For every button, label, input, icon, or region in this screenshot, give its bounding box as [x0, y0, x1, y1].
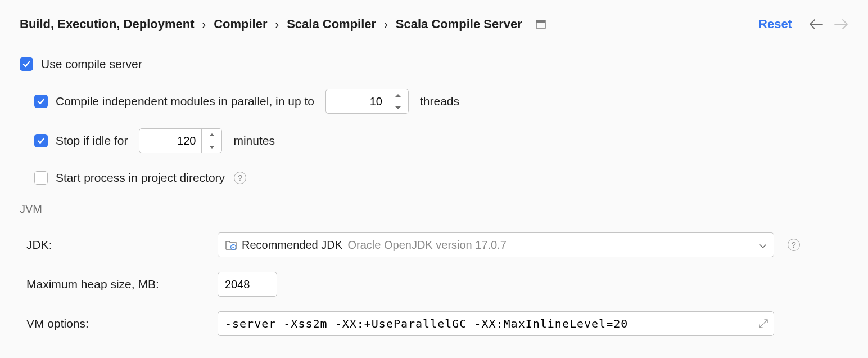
stop-idle-label: Stop if idle for: [56, 134, 128, 147]
spinner-up-button[interactable]: [388, 90, 408, 101]
parallel-modules-checkbox[interactable]: [34, 95, 48, 108]
start-project-dir-checkbox[interactable]: [34, 171, 48, 185]
breadcrumb-item-current: Scala Compile Server: [396, 17, 522, 32]
chevron-right-icon: ›: [275, 18, 279, 31]
breadcrumb-item[interactable]: Scala Compiler: [287, 17, 376, 32]
jdk-label: JDK:: [26, 238, 218, 252]
jdk-selected-sub: Oracle OpenJDK version 17.0.7: [348, 239, 507, 251]
spinner-down-button[interactable]: [388, 101, 408, 113]
help-icon[interactable]: ?: [788, 239, 800, 251]
parallel-threads-input[interactable]: [326, 90, 388, 113]
back-button[interactable]: [809, 19, 824, 30]
chevron-down-icon: [759, 239, 767, 252]
spinner-up-button[interactable]: [202, 129, 221, 141]
reset-button[interactable]: Reset: [758, 17, 792, 32]
breadcrumb-item[interactable]: Compiler: [214, 17, 267, 32]
use-compile-server-label: Use compile server: [41, 57, 142, 71]
forward-button[interactable]: [834, 19, 848, 30]
jdk-select[interactable]: Recommended JDK Oracle OpenJDK version 1…: [218, 232, 774, 257]
spinner-down-button[interactable]: [202, 141, 221, 153]
chevron-right-icon: ›: [384, 18, 388, 31]
help-icon[interactable]: ?: [234, 172, 246, 184]
use-compile-server-checkbox[interactable]: [20, 57, 33, 71]
section-divider: [51, 209, 848, 209]
breadcrumb: Build, Execution, Deployment › Compiler …: [20, 17, 546, 32]
minutes-suffix-label: minutes: [233, 134, 275, 147]
jdk-selected-main: Recommended JDK: [242, 239, 342, 251]
jvm-section-title: JVM: [20, 203, 42, 216]
start-project-dir-label: Start process in project directory: [56, 171, 225, 185]
vm-options-label: VM options:: [26, 317, 218, 330]
jdk-folder-icon: [225, 239, 237, 250]
vm-options-input[interactable]: [218, 311, 774, 336]
threads-suffix-label: threads: [420, 95, 459, 108]
parallel-modules-label: Compile independent modules in parallel,…: [56, 95, 314, 108]
chevron-right-icon: ›: [202, 18, 206, 31]
stop-idle-minutes-input[interactable]: [139, 129, 201, 153]
heap-size-input[interactable]: [218, 272, 277, 297]
expand-field-icon[interactable]: [758, 319, 768, 329]
breadcrumb-item[interactable]: Build, Execution, Deployment: [20, 17, 194, 32]
stop-idle-checkbox[interactable]: [34, 134, 48, 147]
svg-rect-1: [536, 20, 545, 23]
heap-size-label: Maximum heap size, MB:: [26, 278, 218, 291]
window-icon[interactable]: [536, 20, 546, 29]
